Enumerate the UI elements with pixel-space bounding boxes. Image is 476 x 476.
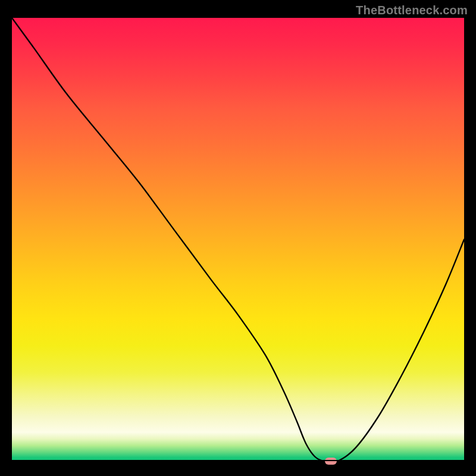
curve-path xyxy=(12,18,464,461)
optimal-marker xyxy=(325,458,337,465)
bottleneck-curve xyxy=(12,18,464,461)
watermark-text: TheBottleneck.com xyxy=(356,4,468,17)
chart-frame: TheBottleneck.com xyxy=(0,0,476,476)
x-axis-line xyxy=(12,460,464,461)
plot-area xyxy=(12,18,464,461)
